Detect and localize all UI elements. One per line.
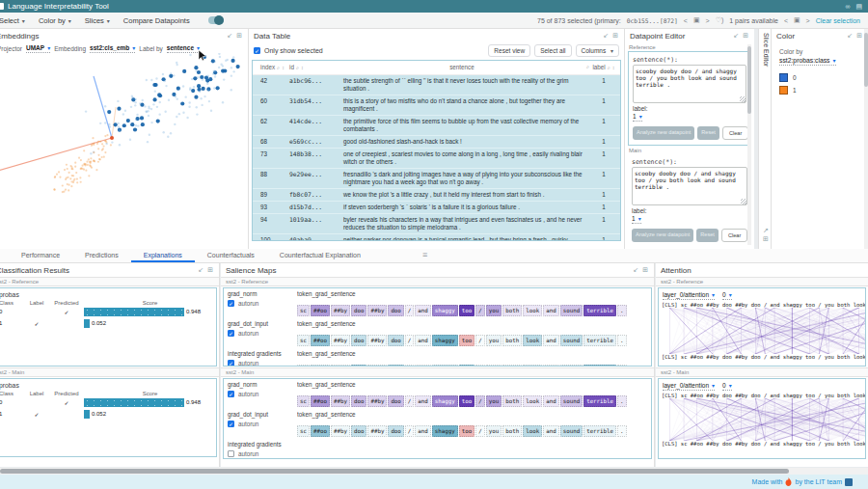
datapoint-dot[interactable] [207,89,209,91]
embedding-select[interactable]: sst2:cls_emb▾ [90,44,135,53]
docs-icon[interactable]: ▤ [855,3,862,11]
salience-token[interactable]: you [486,425,502,437]
select-all-button[interactable]: Select all [534,44,571,57]
datapoint-dot[interactable] [186,117,188,119]
salience-token[interactable]: / [405,305,415,316]
datapoint-dot[interactable] [232,56,234,58]
datapoint-dot[interactable] [109,125,111,127]
datapoint-dot[interactable] [176,116,177,118]
datapoint-dot[interactable] [146,79,148,81]
datapoint-dot[interactable] [129,139,131,141]
salience-token[interactable]: / [475,335,485,346]
datapoint-dot[interactable] [202,78,203,80]
salience-token[interactable]: doo [388,335,403,346]
embedding-scatter-plot[interactable] [0,53,249,241]
salience-token[interactable]: and [415,365,430,367]
datapoint-dot[interactable] [231,74,232,76]
table-row[interactable]: 89fb8c07...we know the plot 's a little … [253,189,620,202]
datapoint-dot[interactable] [175,95,176,97]
datapoint-dot[interactable] [168,99,170,101]
salience-token[interactable]: too [459,335,475,346]
datapoint-dot[interactable] [99,122,101,124]
labelby-select[interactable]: sentence▾ [167,44,200,53]
tab-counterfactuals[interactable]: Counterfactuals [195,249,267,262]
datapoint-dot[interactable] [75,172,77,174]
clear-selection-link[interactable]: Clear selection [816,17,860,24]
salience-token[interactable]: terrible [583,365,616,367]
datapoint-dot[interactable] [83,169,85,171]
datapoint-dot[interactable] [214,69,216,71]
datapoint-dot[interactable] [88,158,90,160]
col-sentence[interactable]: sentence [339,64,584,71]
autorun-checkbox[interactable]: ✓ [228,421,234,427]
salience-token[interactable]: and [543,365,558,367]
datapoint-dot[interactable] [58,171,60,173]
datapoint-dot[interactable] [158,113,160,115]
datapoint-dot[interactable] [87,164,89,166]
datapoint-dot[interactable] [71,175,73,177]
resize-grip[interactable] [740,96,746,102]
datapoint-dot[interactable] [231,89,232,91]
prev-datapoint-icon[interactable]: < [684,17,688,24]
datapoint-dot[interactable] [110,144,112,146]
salience-token[interactable]: sound [560,395,583,407]
columns-button[interactable]: Columns ▾ [576,44,619,57]
col-index[interactable]: index⌕↕ [255,64,289,71]
datapoint-dot[interactable] [90,162,92,164]
datapoint-dot[interactable] [91,167,93,169]
salience-token[interactable]: shaggy [432,365,458,367]
datapoint-dot[interactable] [92,137,94,139]
datapoint-dot[interactable] [89,164,91,166]
datapoint-dot[interactable] [101,149,103,150]
salience-token[interactable]: terrible [583,335,616,346]
datapoint-dot[interactable] [150,79,152,81]
salience-token[interactable]: sound [560,335,583,346]
autorun-checkbox[interactable]: ✓ [228,360,234,367]
salience-token[interactable]: sc [297,425,310,437]
datapoint-dot[interactable] [206,74,208,76]
datapoint-dot[interactable] [203,95,205,97]
datapoint-dot[interactable] [66,164,68,166]
datapoint-dot[interactable] [119,129,121,131]
datapoint-dot[interactable] [74,162,76,164]
salience-token[interactable]: ##by [367,335,387,346]
datapoint-dot[interactable] [205,79,209,83]
attention-head-select[interactable]: 0▾ [722,382,732,391]
salience-token[interactable]: / [405,425,415,437]
datapoint-dot[interactable] [90,157,92,159]
projector-select[interactable]: UMAP▾ [26,44,50,53]
salience-token[interactable]: both [502,365,522,367]
datapoint-dot[interactable] [182,69,186,73]
datapoint-dot[interactable] [212,72,214,74]
salience-token[interactable]: ##by [367,365,387,367]
salience-token[interactable]: you [486,365,502,367]
datapoint-dot[interactable] [76,178,78,180]
datapoint-dot[interactable] [97,154,99,156]
salience-token[interactable]: doo [388,365,403,367]
tab-counterfactual-explanation[interactable]: Counterfactual Explanation [267,249,373,262]
salience-token[interactable]: ##oo [311,425,330,437]
salience-token[interactable]: doo [351,365,366,367]
datapoint-dot[interactable] [96,143,98,145]
salience-token[interactable]: doo [388,395,403,407]
datapoint-dot[interactable] [122,113,124,115]
pair-focus-icon[interactable]: ▣ [794,16,800,24]
datapoint-dot[interactable] [102,145,104,147]
datapoint-dot[interactable] [136,114,138,116]
datapoint-dot[interactable] [196,106,198,108]
datapoint-dot[interactable] [152,97,156,101]
salience-token[interactable]: look [523,305,542,316]
datapoint-dot[interactable] [144,105,146,107]
table-row[interactable]: 42a1bc96...the subtle strength of `` ell… [253,75,620,95]
salience-token[interactable]: shaggy [432,305,458,316]
datapoint-dot[interactable] [218,67,220,68]
table-row[interactable]: 10040aba9...neither parker nor donovan i… [253,234,620,241]
link-icon[interactable]: ∞ [845,3,850,10]
salience-token[interactable]: / [405,395,415,407]
scrollbar[interactable] [747,44,751,245]
maximize-icon[interactable]: ⊞ [642,266,649,273]
datapoint-dot[interactable] [126,119,130,122]
datapoint-dot[interactable] [194,66,198,69]
salience-token[interactable]: doo [351,395,366,407]
datapoint-dot[interactable] [156,106,158,108]
